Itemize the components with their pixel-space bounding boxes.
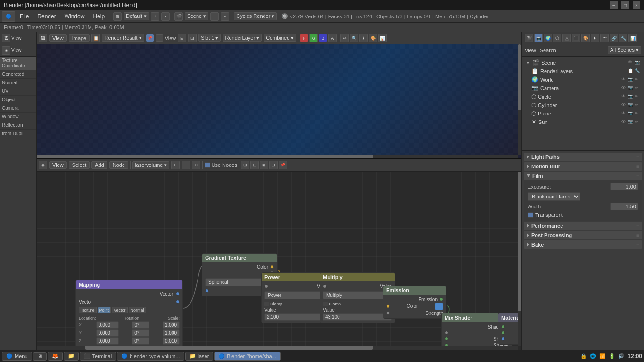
use-nodes-check-box[interactable] [205,162,210,168]
scene-add-icon[interactable]: + [210,12,219,21]
rp-icon-part[interactable]: ✦ [591,34,599,42]
sun-vis[interactable]: 👁 [621,119,627,125]
scene-remove-icon[interactable]: × [221,12,229,21]
tree-row-plane[interactable]: ⬡ Plane 👁 📷 ✏ [524,109,642,118]
tree-row-renderlayers[interactable]: 📋 RenderLayers 📋 🔧 [524,67,642,75]
mix-fac-socket[interactable] [445,331,448,335]
img-fit-icon[interactable]: ⊡ [188,34,197,42]
plane-edit[interactable]: ✏ [635,111,640,116]
img-prop-icon[interactable]: 📋 [91,34,100,42]
multiply-clamp-check[interactable]: Clamp [323,302,341,306]
rp-icon-tex[interactable]: 🎨 [581,34,590,42]
layout-remove-icon[interactable]: × [161,12,170,21]
ne-scrollbar-h[interactable] [37,346,518,350]
img-stretch-icon[interactable]: ⇔ [340,34,349,42]
rp-icon-mat[interactable]: ⬛ [572,34,580,42]
close-button[interactable]: × [633,1,640,9]
motion-blur-menu[interactable]: ≡ [636,164,639,169]
exposure-value[interactable] [610,183,638,190]
cyl-edit[interactable]: ✏ [635,102,640,108]
mapping-rot-z[interactable] [132,337,149,345]
slot-select[interactable]: Slot 1 ▾ [198,34,221,42]
bake-header[interactable]: Bake ≡ [524,240,642,249]
layout-grid-icon[interactable]: ⊞ [113,12,122,21]
ne-slot-rem-icon[interactable]: × [192,161,200,169]
engine-select[interactable]: Cycles Render ▾ [234,12,277,20]
sidebar-item-uv[interactable]: UV [0,87,36,96]
sidebar-item-object[interactable]: Object [0,96,36,104]
ne-icon3[interactable]: ⊠ [260,161,268,169]
light-paths-menu[interactable]: ≡ [636,155,639,160]
power-clamp-check[interactable]: Clamp [264,302,282,306]
post-processing-header[interactable]: Post Processing ≡ [524,231,642,239]
use-nodes-checkbox[interactable]: Use Nodes [205,162,237,168]
emission-color-swatch[interactable] [435,303,443,310]
ne-add-btn[interactable]: Add [91,161,107,169]
gradient-color-socket[interactable] [270,265,274,269]
img-scrollbar-h[interactable] [37,155,518,158]
taskbar-menu[interactable]: 🔵 Menu [2,352,32,361]
ne-slot-icon[interactable]: F [171,161,180,169]
cam-edit[interactable]: ✏ [635,85,640,91]
mapping-scale-x[interactable] [163,321,180,329]
cyl-vis[interactable]: 👁 [621,102,627,108]
tree-row-scene[interactable]: ▼ 🎬 Scene 👁 📷 [524,58,642,67]
node-editor-canvas[interactable]: Mapping Vector Vector Textur [37,172,521,350]
scene-icon[interactable]: 🎬 [174,12,183,21]
cam-render[interactable]: 📷 [628,85,634,91]
img-zoom-icon[interactable]: 🔍 [350,34,358,42]
world-edit-icon[interactable]: ✏ [635,77,640,82]
rp-search-label[interactable]: Search [540,48,556,53]
mapping-type-vector[interactable]: Vector [112,307,128,313]
film-menu[interactable]: ≡ [636,173,639,179]
rp-icon-phys[interactable]: 〜 [600,34,609,42]
light-paths-header[interactable]: Light Paths ≡ [524,153,642,161]
taskbar-files[interactable]: 📁 [64,352,79,361]
img-mode-icon[interactable]: ⊞ [178,34,186,42]
mat-volume-socket[interactable] [501,331,505,335]
tree-row-world[interactable]: 🌍 World 👁 📷 ✏ [524,75,642,84]
layout-add-icon[interactable]: + [151,12,159,21]
plane-render[interactable]: 📷 [628,111,634,116]
circle-vis[interactable]: 👁 [621,94,627,99]
img-image-btn[interactable]: Image [69,34,90,42]
ne-icon5[interactable]: 📌 [279,161,287,169]
power-value-input[interactable] [264,313,329,321]
img-hdri-icon[interactable]: ☀ [359,34,368,42]
mapping-loc-z[interactable] [96,337,119,345]
sun-edit[interactable]: ✏ [635,119,640,125]
pp-menu[interactable]: ≡ [636,233,639,238]
emission-strength-socket[interactable] [386,311,390,315]
rp-icon-mesh[interactable]: △ [562,34,571,42]
menu-render[interactable]: Render [33,12,59,21]
tree-row-circle[interactable]: ⬡ Circle 👁 📷 ✏ [524,92,642,101]
mapping-rot-x[interactable] [132,321,149,329]
tree-row-camera[interactable]: 📷 Camera 👁 📷 ✏ [524,84,642,92]
mapping-rot-y[interactable] [132,329,149,337]
scene-vis-icon[interactable]: 👁 [628,60,634,66]
bake-menu[interactable]: ≡ [636,242,639,247]
filter-dropdown[interactable]: Blackman-Harris Gaussian Box [528,192,580,201]
width-value[interactable] [610,203,638,210]
layout-select[interactable]: Default ▾ [124,12,149,20]
maximize-button[interactable]: □ [621,1,629,9]
taskbar-firefox[interactable]: 🦊 [48,352,63,361]
img-b-icon[interactable]: B [319,34,327,42]
img-color-icon[interactable]: 🎨 [369,34,377,42]
blender-logo[interactable]: 🔵 [2,11,15,22]
img-view-btn[interactable]: View [49,34,67,42]
mapping-scale-y[interactable] [163,329,180,337]
render-layer-select[interactable]: RenderLayer ▾ [223,34,262,42]
film-header[interactable]: Film ≡ [524,172,642,180]
cam-vis[interactable]: 👁 [621,85,627,91]
rl-icon1[interactable]: 📋 [628,68,634,74]
power-type-select[interactable]: Power [264,291,329,299]
img-g-icon[interactable]: G [309,34,318,42]
ne-object-select[interactable]: laservolume ▾ [132,161,169,169]
plane-vis[interactable]: 👁 [621,111,627,116]
sidebar-item-reflection[interactable]: Reflection [0,121,36,130]
gradient-vector-in[interactable] [205,289,209,293]
cyl-render[interactable]: 📷 [628,102,634,108]
menu-help[interactable]: Help [89,12,108,21]
minimize-button[interactable]: − [610,1,618,9]
